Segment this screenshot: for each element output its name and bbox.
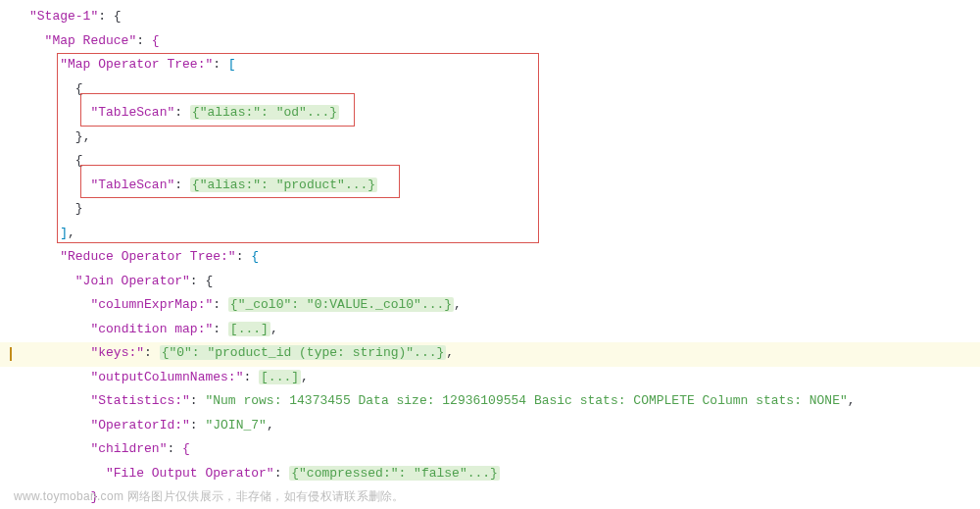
json-key: "children"	[90, 441, 167, 456]
json-key: "outputColumnNames:"	[90, 370, 243, 384]
code-line: "Join Operator": {	[20, 270, 980, 294]
code-line: "TableScan": {"alias:": "od"...}	[20, 101, 980, 126]
code-line: "File Output Operator": {"compressed:": …	[20, 462, 980, 486]
code-line: "Reduce Operator Tree:": {	[20, 245, 980, 270]
code-line: "TableScan": {"alias:": "product"...}	[20, 174, 980, 198]
json-key: "File Output Operator"	[106, 466, 274, 481]
json-key: "Join Operator"	[75, 274, 190, 288]
code-line: "OperatorId:": "JOIN_7",	[20, 414, 980, 438]
collapsed-value[interactable]: {"alias:": "od"...}	[190, 105, 339, 120]
json-key: "Map Reduce"	[45, 33, 137, 48]
collapsed-value[interactable]: {"compressed:": "false"...}	[289, 466, 500, 481]
json-key: "keys:"	[90, 345, 144, 360]
code-line: "keys:": {"0": "product_id (type: string…	[20, 341, 980, 366]
code-line: }	[20, 197, 980, 222]
collapsed-value[interactable]: {"alias:": "product"...}	[190, 178, 377, 192]
json-key: "Reduce Operator Tree:"	[60, 249, 235, 264]
collapsed-value[interactable]: [...]	[259, 370, 301, 384]
code-line: },	[20, 126, 980, 150]
code-line: "Map Reduce": {	[20, 29, 980, 54]
json-key: "Stage-1"	[29, 9, 98, 24]
code-line: "Statistics:": "Num rows: 14373455 Data …	[20, 389, 980, 414]
json-key: "OperatorId:"	[90, 418, 189, 433]
code-line: "columnExprMap:": {"_col0": "0:VALUE._co…	[20, 293, 980, 318]
json-string: "JOIN_7"	[205, 418, 266, 433]
code-line: {	[20, 149, 980, 174]
json-key: "Statistics:"	[90, 393, 189, 408]
watermark-text: www.toymoban.com 网络图片仅供展示，非存储，如有侵权请联系删除。	[14, 484, 405, 509]
json-key: "Map Operator Tree:"	[60, 57, 213, 72]
code-line: "outputColumnNames:": [...],	[20, 366, 980, 390]
json-key: "TableScan"	[90, 105, 174, 120]
code-line: "Map Operator Tree:": [	[20, 53, 980, 77]
json-key: "columnExprMap:"	[90, 297, 213, 312]
code-line: "Stage-1": {	[20, 5, 980, 29]
json-key: "TableScan"	[90, 178, 174, 192]
collapsed-value[interactable]: [...]	[228, 322, 270, 336]
json-key: "condition map:"	[90, 322, 213, 336]
code-line: {	[20, 77, 980, 102]
code-line: "condition map:": [...],	[20, 318, 980, 342]
code-line: ],	[20, 222, 980, 246]
code-line: "children": {	[20, 437, 980, 462]
json-code-viewer: "Stage-1": { "Map Reduce": { "Map Operat…	[0, 0, 980, 509]
json-string: "Num rows: 14373455 Data size: 129361095…	[205, 393, 847, 408]
collapsed-value[interactable]: {"_col0": "0:VALUE._col0"...}	[228, 297, 454, 312]
gutter-active-mark	[10, 347, 12, 361]
collapsed-value[interactable]: {"0": "product_id (type: string)"...}	[160, 345, 447, 360]
